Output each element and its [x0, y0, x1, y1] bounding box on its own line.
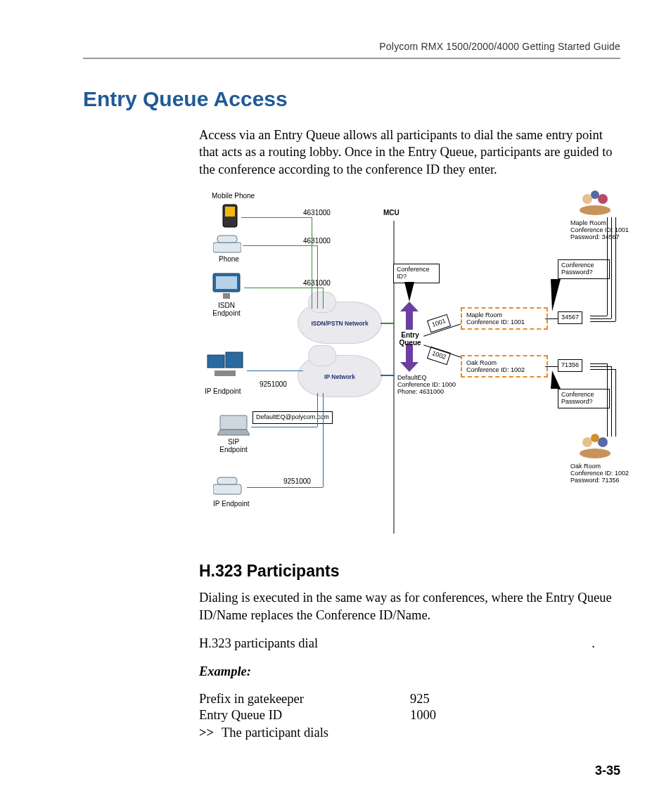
isdn-endpoint-icon [210, 272, 243, 300]
connector-line [607, 217, 608, 316]
entry-queue-label: Entry Queue [397, 331, 423, 347]
connector-line [590, 366, 611, 367]
phone-icon [213, 234, 241, 254]
result-chevron-icon: >> [199, 726, 222, 740]
room-conf-id-text: 1002 [615, 470, 629, 477]
connector-line [243, 245, 317, 246]
example-row: Entry Queue ID 1000 [199, 708, 620, 723]
endpoint-dial: 9251000 [283, 477, 311, 485]
svg-rect-12 [213, 484, 241, 494]
connector-line [381, 323, 395, 324]
intro-paragraph: Access via an Entry Queue allows all par… [199, 127, 620, 178]
room-name: Maple Room [466, 311, 502, 318]
room-name: Oak Room [466, 359, 497, 366]
ip-endpoint-icon [205, 351, 245, 385]
dial-line-right: . [592, 636, 595, 650]
cloud-bump2-icon [308, 345, 336, 366]
endpoint-label: SIP Endpoint [216, 438, 251, 453]
svg-rect-3 [217, 236, 237, 243]
room-name-text: Maple Room [570, 219, 606, 226]
connector-line [247, 370, 303, 371]
room-conf-id: 1002 [511, 366, 525, 373]
endpoint-dial: 4631000 [303, 209, 331, 217]
connector-line [611, 217, 612, 318]
maple-room-details: Maple Room Conference ID: 1001 Password:… [570, 220, 641, 241]
connector-line [590, 321, 615, 322]
example-value: 1000 [410, 708, 436, 723]
svg-marker-14 [400, 302, 418, 330]
callout-pointer-icon [551, 370, 561, 389]
connector-line [590, 318, 611, 319]
example-label: Example: [199, 663, 620, 680]
connector-line [607, 363, 608, 437]
section-title: Entry Queue Access [83, 87, 620, 111]
dial-line-left: H.323 participants dial [199, 636, 318, 650]
h323-paragraph: Dialing is executed in the same way as f… [199, 589, 620, 624]
endpoint-label: IP Endpoint [205, 387, 241, 395]
example-value: 925 [410, 692, 430, 707]
running-header: Polycom RMX 1500/2000/4000 Getting Start… [83, 41, 620, 52]
svg-rect-10 [220, 415, 247, 430]
connector-line [590, 316, 607, 316]
room-conf-id-label: Conference ID: [466, 366, 511, 373]
svg-rect-8 [226, 352, 243, 368]
svg-point-24 [582, 437, 592, 447]
endpoint-label: Mobile Phone [212, 192, 255, 200]
result-text: The participant dials [222, 726, 328, 740]
maple-room-box: Maple Room Conference ID: 1001 [461, 307, 548, 330]
endpoint-label: ISDN Endpoint [212, 302, 241, 317]
example-key: Entry Queue ID [199, 708, 410, 723]
h323-heading: H.323 Participants [199, 562, 620, 581]
result-line: >> The participant dials [199, 726, 620, 740]
conf-id-prompt-callout: Conference ID? [393, 264, 440, 283]
room-pw-text: 71356 [602, 477, 620, 484]
mcu-label: MCU [383, 209, 400, 217]
svg-point-22 [591, 191, 599, 199]
endpoint-dial: 4631000 [303, 237, 331, 245]
ip-cloud-label: IP Network [312, 373, 368, 380]
password-box: 34567 [558, 311, 582, 324]
svg-point-25 [598, 437, 608, 447]
svg-marker-11 [217, 430, 250, 435]
header-rule [83, 58, 620, 59]
conf-pw-prompt-callout: Conference Password? [558, 389, 610, 408]
connector-line [323, 393, 324, 487]
connector-line [317, 245, 318, 309]
connector-line [251, 427, 317, 427]
svg-point-23 [580, 449, 611, 458]
callout-pointer-icon [551, 279, 561, 311]
room-conf-id: 1001 [511, 318, 525, 326]
connector-line [590, 363, 607, 364]
password-box: 71356 [558, 359, 582, 372]
room-conf-id-label: Conference ID: [466, 318, 511, 326]
svg-marker-17 [551, 279, 561, 311]
example-row: Prefix in gatekeeper 925 [199, 692, 620, 707]
svg-rect-6 [223, 293, 230, 299]
conference-room-icon [579, 434, 611, 459]
svg-rect-1 [225, 207, 235, 217]
entry-queue-diagram: MCU ISDN/PSTN Network IP Network Mobile … [199, 189, 639, 541]
page-number: 3-35 [595, 763, 620, 778]
svg-point-26 [591, 434, 599, 442]
connector-line [615, 217, 616, 321]
svg-marker-18 [551, 370, 561, 389]
endpoint-label: Phone [219, 255, 239, 263]
svg-marker-15 [400, 344, 418, 372]
sip-endpoint-icon [217, 414, 250, 437]
connector-line [590, 369, 615, 370]
connector-line [241, 217, 312, 218]
connector-line [381, 375, 395, 376]
svg-point-21 [598, 194, 608, 204]
oak-room-details: Oak Room Conference ID: 1002 Password: 7… [570, 463, 641, 484]
isdn-cloud-label: ISDN/PSTN Network [305, 320, 375, 327]
svg-rect-2 [213, 243, 241, 252]
cloud-bump-icon [308, 292, 336, 313]
svg-rect-7 [207, 355, 224, 368]
connector-line [611, 366, 612, 437]
ip-endpoint2-icon [213, 476, 245, 497]
connector-line [244, 288, 323, 288]
connector-line [545, 318, 558, 319]
example-key: Prefix in gatekeeper [199, 692, 410, 707]
svg-rect-9 [215, 370, 236, 376]
svg-rect-5 [216, 276, 237, 289]
